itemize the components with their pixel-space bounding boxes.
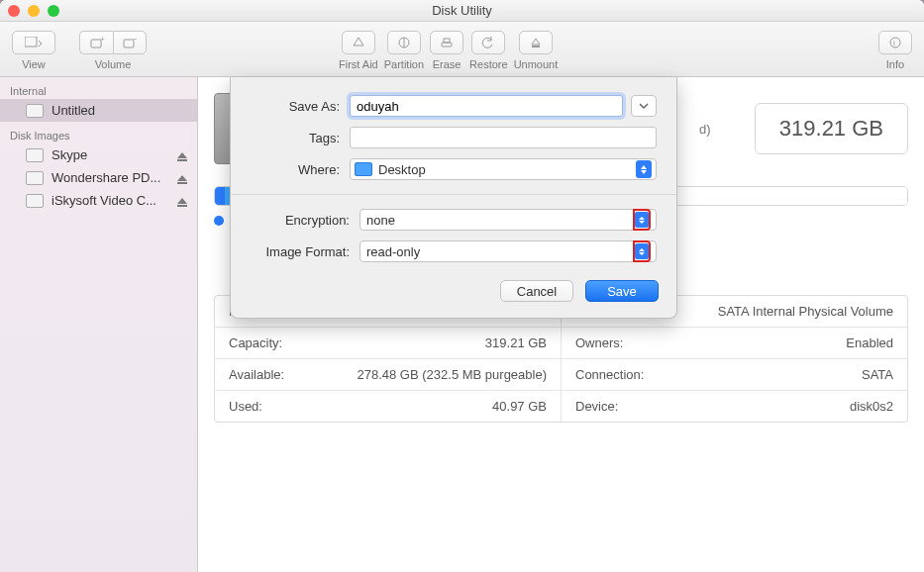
eject-icon[interactable] (177, 152, 187, 158)
where-value: Desktop (378, 162, 426, 177)
info-label: Device: (575, 399, 618, 414)
sidebar-section-images: Disk Images (0, 122, 197, 143)
folder-icon (355, 162, 372, 176)
info-value: 40.97 GB (492, 399, 547, 414)
sidebar-section-internal: Internal (0, 77, 197, 99)
toolbar-center-cluster: First Aid Partition Erase (339, 31, 558, 70)
info-label: Capacity: (229, 335, 282, 350)
svg-point-10 (890, 38, 900, 48)
save-sheet: Save As: Tags: Where: Desktop (230, 77, 677, 319)
info-value: 278.48 GB (232.5 MB purgeable) (357, 367, 547, 382)
toolbar-info-label: Info (886, 58, 904, 70)
info-label: Used: (229, 399, 262, 414)
eject-icon[interactable] (177, 175, 187, 181)
toolbar-unmount-label: Unmount (514, 58, 559, 70)
tags-label: Tags: (251, 131, 340, 145)
chevron-updown-icon (636, 160, 652, 178)
toolbar-partition-label: Partition (384, 58, 424, 70)
save-as-input[interactable] (350, 95, 623, 117)
disk-size-box: 319.21 GB (755, 103, 908, 154)
where-select[interactable]: Desktop (350, 158, 657, 180)
select-arrows-highlight (633, 209, 651, 231)
select-arrows-highlight (633, 240, 651, 262)
disk-icon (26, 104, 44, 118)
toolbar-view-label: View (22, 58, 46, 70)
info-value: 319.21 GB (485, 335, 547, 350)
encryption-label: Encryption: (251, 213, 350, 228)
sidebar-item-untitled[interactable]: Untitled (0, 99, 197, 122)
svg-rect-0 (25, 37, 37, 47)
info-label: Owners: (575, 335, 623, 350)
capacity-segment-a (215, 187, 225, 205)
toolbar-firstaid-label: First Aid (339, 58, 378, 70)
dmg-icon (26, 194, 44, 208)
sidebar-item-skype[interactable]: Skype (0, 143, 197, 166)
toolbar-erase-label: Erase (433, 58, 462, 70)
sidebar: Internal Untitled Disk Images Skype Wond… (0, 77, 198, 572)
view-button[interactable] (12, 31, 55, 54)
titlebar: Disk Utility (0, 0, 924, 22)
info-label: Connection: (575, 367, 644, 382)
format-value: read-only (366, 244, 420, 259)
eject-icon[interactable] (177, 198, 187, 204)
svg-rect-9 (532, 46, 540, 48)
info-value: Enabled (846, 335, 893, 350)
save-as-label: Save As: (251, 99, 340, 114)
info-value: SATA Internal Physical Volume (718, 304, 893, 319)
sidebar-item-label: Skype (51, 147, 87, 162)
volume-remove-button[interactable]: − (113, 31, 147, 54)
expand-button[interactable] (631, 95, 657, 117)
sidebar-item-wondershare[interactable]: Wondershare PD... (0, 166, 197, 189)
erase-button[interactable] (430, 31, 463, 54)
toolbar-restore-label: Restore (469, 58, 508, 70)
toolbar-view-group: View (12, 31, 55, 70)
encryption-value: none (366, 213, 395, 228)
toolbar-volume-group: + − Volume (79, 31, 147, 70)
format-select[interactable]: read-only (359, 240, 657, 262)
sidebar-item-label: Wondershare PD... (51, 170, 160, 185)
sidebar-item-label: Untitled (51, 103, 95, 118)
info-button[interactable]: i (878, 31, 912, 54)
svg-text:i: i (893, 39, 895, 48)
svg-rect-8 (444, 39, 450, 43)
info-label: Available: (229, 367, 284, 382)
first-aid-button[interactable] (342, 31, 375, 54)
legend-dot-a (214, 216, 224, 226)
toolbar-info-group: i Info (878, 31, 912, 70)
format-label: Image Format: (251, 244, 350, 259)
save-button[interactable]: Save (585, 280, 659, 302)
volume-add-button[interactable]: + (79, 31, 113, 54)
cancel-button[interactable]: Cancel (500, 280, 573, 302)
sidebar-item-iskysoft[interactable]: iSkysoft Video C... (0, 189, 197, 212)
tags-input[interactable] (350, 127, 657, 148)
toolbar: View + − Volume First Aid (0, 22, 924, 77)
window-title: Disk Utility (0, 3, 924, 18)
encryption-select[interactable]: none (359, 209, 657, 231)
info-value: SATA (862, 367, 893, 382)
partition-button[interactable] (387, 31, 421, 54)
where-label: Where: (251, 162, 340, 177)
restore-button[interactable] (471, 31, 505, 54)
svg-text:+: + (100, 36, 105, 44)
svg-text:−: − (133, 36, 138, 44)
dmg-icon (26, 171, 44, 185)
info-value: disk0s2 (850, 399, 893, 414)
disk-utility-window: Disk Utility View + − Volume (0, 0, 924, 572)
dmg-icon (26, 148, 44, 162)
sidebar-item-label: iSkysoft Video C... (51, 193, 156, 208)
unmount-button[interactable] (519, 31, 553, 54)
svg-rect-7 (442, 43, 452, 47)
toolbar-volume-label: Volume (95, 58, 132, 70)
